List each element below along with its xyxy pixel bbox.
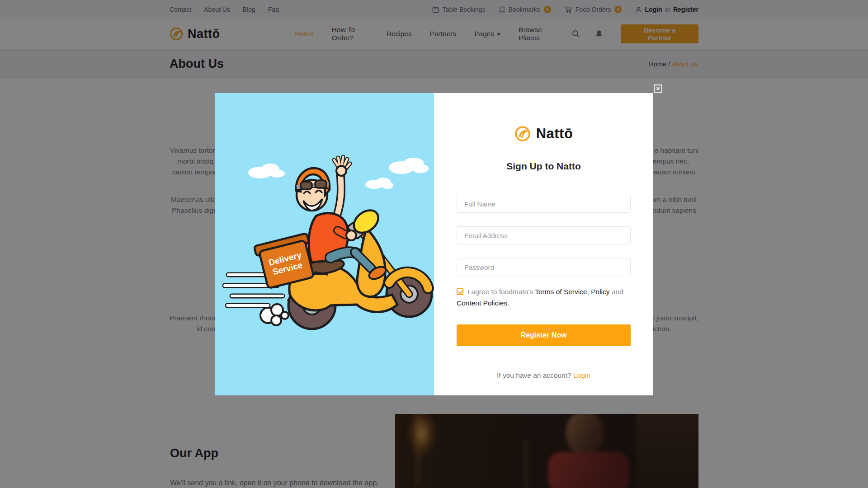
password-field[interactable] xyxy=(457,258,631,276)
terms-agreement: I agree to foodmato's Terms of Service, … xyxy=(457,286,633,309)
modal-brand-name: Nattō xyxy=(536,126,573,142)
have-account-text: If you have an account? xyxy=(497,371,571,379)
modal-login-link[interactable]: Login xyxy=(573,371,590,379)
agree-and: and xyxy=(612,288,623,296)
signup-modal: Delivery Service xyxy=(215,93,653,395)
page: Contact About Us Blog Faq Table Bookings xyxy=(0,0,868,488)
agree-prefix: I agree to foodmato's xyxy=(467,288,533,296)
signup-heading: Sign Up to Natto xyxy=(434,161,653,172)
have-account-row: If you have an account? Login xyxy=(434,371,653,380)
signup-form: Nattō Sign Up to Natto I agree to foodma… xyxy=(434,93,653,395)
content-policies-link[interactable]: Content Policies. xyxy=(457,299,509,307)
natto-logo-icon xyxy=(514,126,531,142)
modal-brand-logo: Nattō xyxy=(434,126,653,142)
register-now-button[interactable]: Register Now xyxy=(457,324,631,346)
full-name-field[interactable] xyxy=(457,195,631,213)
terms-of-service-link[interactable]: Terms of Service, Policy xyxy=(535,288,609,296)
modal-close-button[interactable]: ✕ xyxy=(654,84,662,93)
delivery-illustration: Delivery Service xyxy=(215,93,434,395)
email-field[interactable] xyxy=(457,226,631,244)
terms-checkbox[interactable] xyxy=(457,288,463,295)
